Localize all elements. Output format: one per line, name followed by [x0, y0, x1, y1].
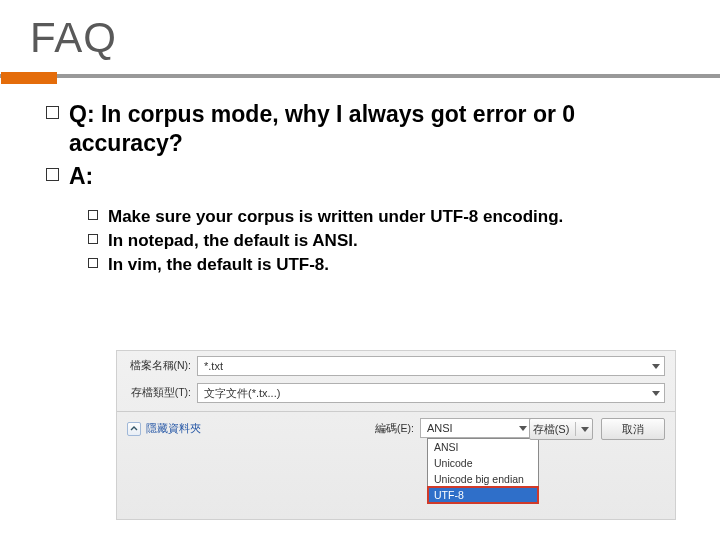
encoding-option-unicode-be[interactable]: Unicode big endian — [428, 471, 538, 487]
save-button[interactable]: 存檔(S) — [529, 418, 593, 440]
hide-folders-label: 隱藏資料夾 — [146, 422, 201, 436]
chevron-down-icon[interactable] — [581, 427, 589, 432]
filename-row: 檔案名稱(N): *.txt — [117, 351, 675, 378]
list-item: In notepad, the default is ANSI. — [88, 230, 692, 252]
chevron-up-icon — [127, 422, 141, 436]
dialog-buttons: 存檔(S) 取消 — [529, 418, 665, 440]
qa-list: Q: In corpus mode, why I always got erro… — [46, 100, 692, 190]
cancel-button-label: 取消 — [622, 422, 644, 437]
encoding-option-unicode[interactable]: Unicode — [428, 455, 538, 471]
encoding-dropdown: ANSI Unicode Unicode big endian UTF-8 — [427, 438, 539, 504]
answer-sub-list: Make sure your corpus is written under U… — [88, 206, 692, 276]
list-item: In vim, the default is UTF-8. — [88, 254, 692, 276]
cancel-button[interactable]: 取消 — [601, 418, 665, 440]
list-item: Make sure your corpus is written under U… — [88, 206, 692, 228]
save-button-label: 存檔(S) — [533, 422, 570, 437]
encoding-option-utf8[interactable]: UTF-8 — [428, 487, 538, 503]
button-split-separator — [575, 422, 576, 436]
hide-folders-link[interactable]: 隱藏資料夾 — [127, 422, 201, 436]
chevron-down-icon[interactable] — [519, 426, 527, 431]
encoding-select[interactable]: ANSI — [420, 418, 532, 438]
question-item: Q: In corpus mode, why I always got erro… — [46, 100, 692, 158]
sub-item-text: In notepad, the default is ANSI. — [108, 230, 358, 252]
bullet-box-icon — [46, 106, 59, 119]
filename-label: 檔案名稱(N): — [127, 359, 197, 373]
dialog-bottom-bar: 隱藏資料夾 編碼(E): ANSI ANSI Unicode Unicode b… — [117, 412, 675, 436]
encoding-area: 編碼(E): ANSI — [375, 418, 532, 438]
chevron-down-icon[interactable] — [652, 391, 660, 396]
bullet-box-icon — [88, 258, 98, 268]
save-dialog: 檔案名稱(N): *.txt 存檔類型(T): 文字文件(*.tx...) 隱藏… — [116, 350, 676, 520]
encoding-label: 編碼(E): — [375, 418, 420, 436]
bullet-box-icon — [88, 234, 98, 244]
encoding-option-ansi[interactable]: ANSI — [428, 439, 538, 455]
chevron-down-icon[interactable] — [652, 364, 660, 369]
encoding-value: ANSI — [427, 422, 453, 434]
filename-input[interactable]: *.txt — [197, 356, 665, 376]
page-title: FAQ — [30, 14, 692, 62]
filetype-row: 存檔類型(T): 文字文件(*.tx...) — [117, 378, 675, 405]
title-rule — [0, 74, 720, 78]
sub-item-text: In vim, the default is UTF-8. — [108, 254, 329, 276]
sub-item-text: Make sure your corpus is written under U… — [108, 206, 563, 228]
filetype-value: 文字文件(*.tx...) — [204, 386, 280, 401]
bullet-box-icon — [88, 210, 98, 220]
filetype-label: 存檔類型(T): — [127, 386, 197, 400]
filename-value: *.txt — [204, 360, 223, 372]
question-text: Q: In corpus mode, why I always got erro… — [69, 100, 659, 158]
answer-item: A: — [46, 162, 692, 191]
bullet-box-icon — [46, 168, 59, 181]
answer-text: A: — [69, 162, 93, 191]
filetype-select[interactable]: 文字文件(*.tx...) — [197, 383, 665, 403]
